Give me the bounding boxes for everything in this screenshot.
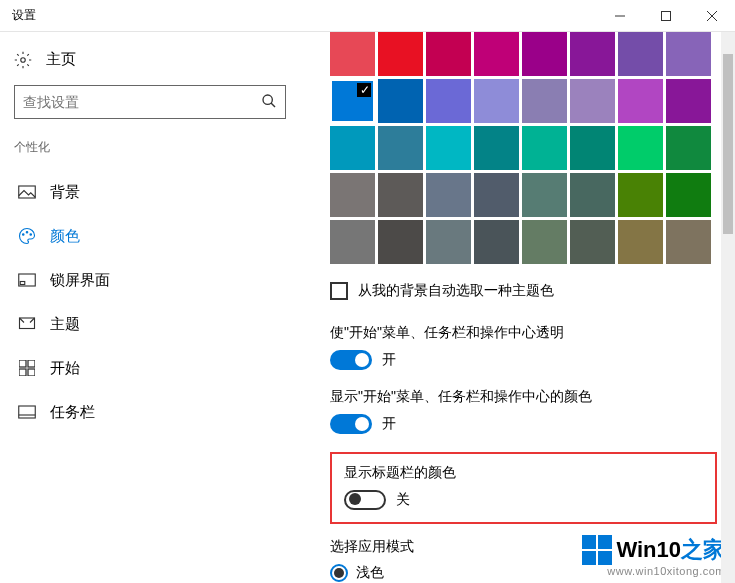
svg-point-8 [23, 234, 25, 236]
check-icon: ✓ [360, 83, 370, 97]
color-swatch[interactable] [666, 32, 711, 76]
maximize-button[interactable] [643, 0, 689, 32]
color-swatch[interactable] [426, 79, 471, 123]
auto-color-row[interactable]: 从我的背景自动选取一种主题色 [330, 282, 717, 300]
setting-label: 显示标题栏的颜色 [344, 464, 703, 482]
color-swatch[interactable] [378, 220, 423, 264]
color-swatch[interactable] [666, 79, 711, 123]
color-swatch[interactable] [330, 173, 375, 217]
nav-label: 锁屏界面 [50, 271, 110, 290]
color-swatch[interactable] [666, 126, 711, 170]
color-swatch[interactable] [330, 126, 375, 170]
svg-point-4 [21, 57, 26, 62]
watermark: Win10之家 www.win10xitong.com [582, 535, 725, 577]
svg-point-9 [26, 232, 28, 234]
setting-label: 使"开始"菜单、任务栏和操作中心透明 [330, 324, 717, 342]
content-pane: ✓ 从我的背景自动选取一种主题色 使"开始"菜单、任务栏和操作中心透明 开 显示… [300, 32, 735, 583]
svg-rect-15 [28, 360, 35, 367]
color-swatch[interactable] [570, 126, 615, 170]
color-swatch[interactable] [618, 79, 663, 123]
color-swatch[interactable] [426, 126, 471, 170]
svg-rect-12 [20, 282, 25, 285]
nav-taskbar[interactable]: 任务栏 [14, 390, 286, 434]
checkbox-icon[interactable] [330, 282, 348, 300]
home-label: 主页 [46, 50, 76, 69]
color-swatch[interactable] [426, 173, 471, 217]
minimize-button[interactable] [597, 0, 643, 32]
color-swatch[interactable] [666, 220, 711, 264]
color-swatch[interactable] [618, 32, 663, 76]
color-swatch[interactable] [474, 79, 519, 123]
titlebar: 设置 [0, 0, 735, 32]
toggle-transparent[interactable] [330, 350, 372, 370]
color-swatch[interactable] [378, 173, 423, 217]
color-swatch[interactable] [330, 220, 375, 264]
svg-point-10 [30, 234, 32, 236]
gear-icon [14, 51, 32, 69]
color-swatch[interactable] [570, 220, 615, 264]
svg-point-5 [263, 95, 272, 104]
color-swatch[interactable] [570, 79, 615, 123]
color-swatch[interactable]: ✓ [330, 79, 375, 123]
color-swatch[interactable] [330, 32, 375, 76]
color-swatch[interactable] [522, 220, 567, 264]
color-swatch[interactable] [426, 220, 471, 264]
radio-icon[interactable] [330, 564, 348, 582]
theme-icon [18, 315, 36, 333]
setting-transparent: 使"开始"菜单、任务栏和操作中心透明 开 [330, 324, 717, 370]
color-swatch[interactable] [378, 32, 423, 76]
svg-rect-17 [28, 369, 35, 376]
color-swatch[interactable] [618, 220, 663, 264]
lockscreen-icon [18, 273, 36, 287]
toggle-title-color[interactable] [344, 490, 386, 510]
close-button[interactable] [689, 0, 735, 32]
toggle-state: 开 [382, 351, 396, 369]
nav-colors[interactable]: 颜色 [14, 214, 286, 258]
nav-lockscreen[interactable]: 锁屏界面 [14, 258, 286, 302]
nav-start[interactable]: 开始 [14, 346, 286, 390]
window-title: 设置 [12, 7, 597, 24]
color-swatch[interactable] [474, 173, 519, 217]
palette-icon [18, 227, 36, 245]
color-swatch[interactable] [570, 32, 615, 76]
svg-rect-7 [19, 186, 36, 198]
color-swatch[interactable] [522, 126, 567, 170]
nav-background[interactable]: 背景 [14, 170, 286, 214]
svg-rect-16 [19, 369, 26, 376]
color-swatch[interactable] [474, 220, 519, 264]
nav-label: 背景 [50, 183, 80, 202]
windows-logo-icon [582, 535, 612, 565]
start-icon [18, 360, 36, 376]
highlight-box: 显示标题栏的颜色 关 [330, 452, 717, 524]
color-swatch[interactable] [522, 32, 567, 76]
color-swatch[interactable] [474, 126, 519, 170]
color-swatch[interactable] [522, 79, 567, 123]
color-swatch[interactable] [426, 32, 471, 76]
nav-label: 主题 [50, 315, 80, 334]
scrollbar-thumb[interactable] [723, 54, 733, 234]
toggle-show-color[interactable] [330, 414, 372, 434]
nav-themes[interactable]: 主题 [14, 302, 286, 346]
svg-rect-1 [662, 11, 671, 20]
home-link[interactable]: 主页 [14, 50, 286, 69]
nav-label: 任务栏 [50, 403, 95, 422]
search-input[interactable] [23, 94, 261, 110]
toggle-state: 关 [396, 491, 410, 509]
svg-rect-18 [19, 406, 36, 418]
scrollbar[interactable] [721, 32, 735, 583]
color-swatch[interactable] [378, 79, 423, 123]
color-swatch[interactable] [474, 32, 519, 76]
color-swatch[interactable] [378, 126, 423, 170]
color-swatch[interactable] [666, 173, 711, 217]
svg-rect-14 [19, 360, 26, 367]
taskbar-icon [18, 405, 36, 419]
color-swatch[interactable] [618, 126, 663, 170]
color-swatch[interactable] [522, 173, 567, 217]
setting-label: 显示"开始"菜单、任务栏和操作中心的颜色 [330, 388, 717, 406]
svg-line-6 [271, 103, 275, 107]
setting-show-color: 显示"开始"菜单、任务栏和操作中心的颜色 开 [330, 388, 717, 434]
search-icon [261, 93, 277, 112]
color-swatch[interactable] [618, 173, 663, 217]
color-swatch[interactable] [570, 173, 615, 217]
search-box[interactable] [14, 85, 286, 119]
